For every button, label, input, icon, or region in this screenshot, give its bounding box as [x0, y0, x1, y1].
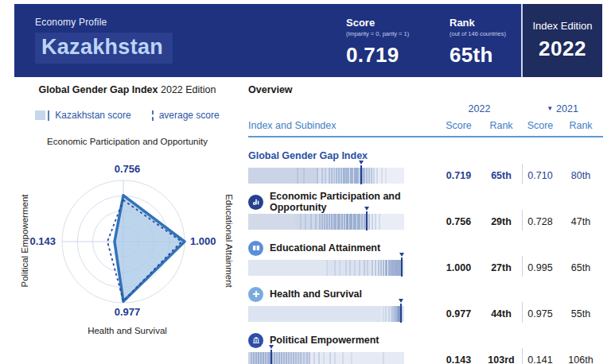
rank-cell-2022: 29th [481, 214, 522, 230]
score-cell-2022: 1.000 [437, 260, 481, 276]
column-header-row: Index and Subindex Score Rank Score Rank [248, 120, 603, 131]
edition-label: Index Edition [532, 20, 592, 32]
strip-plot [248, 168, 404, 184]
rank-cell-2022: 103rd [481, 352, 522, 364]
row-label: Political Empowerment [270, 335, 379, 346]
score-value: 0.719 [346, 43, 409, 68]
column-header-index: Index and Subindex [248, 120, 437, 131]
rank-cell-2021: 55th [558, 306, 603, 322]
kazakhstan-line-icon [48, 110, 49, 121]
rank-value: 65th [449, 43, 506, 68]
score-cell-2021: 0.995 [522, 260, 558, 276]
panel-title-rest: 2022 Edition [158, 84, 216, 95]
health-icon [248, 287, 263, 302]
rank-cell-2022: 44th [481, 306, 522, 322]
legend-label: average score [159, 110, 220, 121]
score-cell-2021: 0.975 [522, 306, 558, 322]
column-header-score-2021: Score [522, 120, 558, 131]
strip-plot [248, 260, 404, 276]
score-cell-2021: 0.728 [522, 214, 558, 230]
score-cell-2021: 0.710 [522, 168, 558, 184]
column-header-rank-2021: Rank [558, 120, 603, 131]
score-block: Score (imparity = 0, parity = 1) 0.719 [346, 17, 409, 68]
table-row-health: Health and Survival 0.977 44th 0.975 55t… [248, 286, 603, 322]
edition-value: 2022 [539, 37, 586, 61]
radar-axis-title-left: Political Empowerment [20, 145, 29, 336]
legend-item-kazakhstan: Kazakhstan score [35, 110, 130, 121]
strip-plot [248, 306, 404, 322]
table-row-global-index: Global Gender Gap Index 0.719 65th 0.710… [248, 148, 603, 184]
rank-note: (out of 146 countries) [449, 30, 506, 37]
table-row-economic: Economic Participation and Opportunity 0… [248, 194, 603, 230]
overview-panel: Overview 2022 ▼2021 Index and Subindex S… [248, 84, 603, 364]
average-dashed-line-icon [152, 110, 154, 121]
score-label: Score [346, 17, 409, 29]
education-icon [248, 241, 263, 256]
radar-panel: Global Gender Gap Index 2022 Edition Kaz… [16, 84, 239, 343]
overview-title: Overview [248, 84, 603, 95]
legend-item-average: average score [152, 110, 220, 121]
year-header-2022: 2022 [437, 103, 522, 114]
header-rule [248, 136, 603, 137]
header-banner: Economy Profile Kazakhstan Score (impari… [14, 4, 602, 77]
table-row-political: Political Empowerment 0.143 103rd 0.141 … [248, 332, 603, 364]
year-header-2021[interactable]: ▼2021 [522, 103, 603, 114]
row-label: Economic Participation and Opportunity [270, 191, 437, 213]
radar-chart: 0.756 1.000 0.977 0.143 Political Empowe… [16, 153, 239, 343]
score-note: (imparity = 0, parity = 1) [346, 30, 409, 37]
panel-title: Global Gender Gap Index 2022 Edition [16, 84, 239, 95]
row-label: Global Gender Gap Index [248, 150, 368, 161]
rank-cell-2021: 106th [558, 352, 603, 364]
column-header-rank-2022: Rank [481, 120, 522, 131]
score-cell-2022: 0.756 [437, 214, 481, 230]
rank-cell-2022: 27th [481, 260, 522, 276]
radar-value-top: 0.756 [16, 163, 239, 175]
score-cell-2021: 0.141 [522, 352, 558, 364]
politics-icon [248, 333, 263, 348]
index-edition-box: Index Edition 2022 [521, 4, 602, 77]
legend: Kazakhstan score average score [16, 110, 239, 121]
kazakhstan-swatch-icon [35, 110, 45, 120]
country-name: Kazakhstan [35, 33, 173, 64]
radar-axis-title-bottom: Health and Survival [16, 326, 239, 335]
economy-profile-label: Economy Profile [35, 17, 173, 28]
rank-cell-2021: 65th [558, 260, 603, 276]
panel-title-bold: Global Gender Gap Index [38, 84, 158, 95]
legend-label: Kazakhstan score [55, 110, 130, 121]
rank-cell-2021: 80th [558, 168, 603, 184]
row-label: Educational Attainment [270, 242, 380, 254]
radar-value-bottom: 0.977 [16, 306, 239, 318]
rank-cell-2021: 47th [558, 214, 603, 230]
score-cell-2022: 0.977 [437, 306, 481, 322]
rank-block: Rank (out of 146 countries) 65th [449, 17, 506, 68]
economy-icon [248, 195, 263, 210]
radar-value-right: 1.000 [190, 235, 216, 247]
score-cell-2022: 0.719 [437, 168, 481, 184]
radar-axis-title-top: Economic Participation and Opportunity [16, 137, 239, 146]
rank-label: Rank [449, 17, 506, 29]
sort-triangle-icon[interactable]: ▼ [547, 105, 553, 112]
strip-plot [248, 352, 404, 364]
column-header-score-2022: Score [437, 120, 481, 131]
year-header-row: 2022 ▼2021 [248, 103, 603, 114]
table-row-education: Educational Attainment 1.000 27th 0.995 … [248, 240, 603, 276]
score-cell-2022: 0.143 [437, 352, 481, 364]
row-label: Health and Survival [270, 288, 362, 300]
radar-axis-title-right: Educational Attainment [224, 145, 234, 336]
strip-plot [248, 214, 404, 230]
rank-cell-2022: 65th [481, 168, 522, 184]
